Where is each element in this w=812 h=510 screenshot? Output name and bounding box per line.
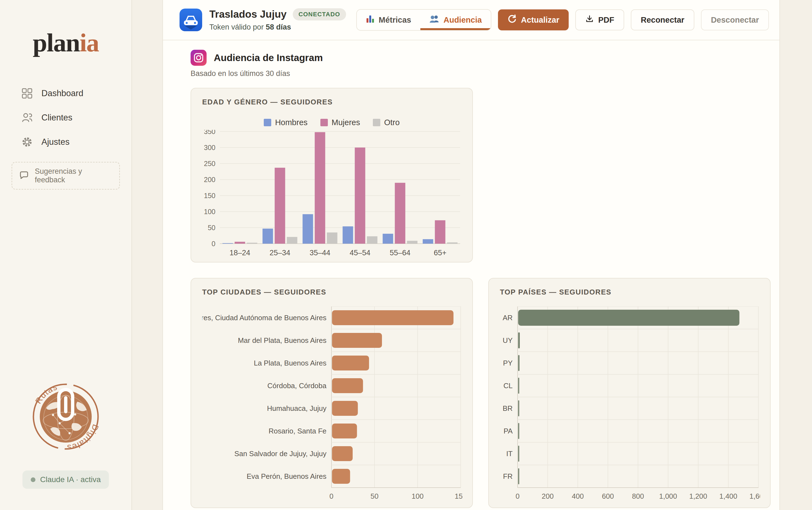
page-title: Audiencia de Instagram: [214, 52, 323, 63]
sidebar-item-label: Dashboard: [41, 88, 83, 98]
bar-chart-icon: [366, 15, 375, 25]
app-logo-part2: ia: [80, 28, 98, 57]
status-dot-icon: [31, 477, 35, 482]
svg-text:18–24: 18–24: [230, 249, 250, 257]
svg-text:800: 800: [632, 492, 644, 500]
svg-text:1,000: 1,000: [659, 492, 677, 500]
hbar-category-label: PY: [503, 359, 513, 367]
client-logo-icon: [179, 8, 202, 31]
top-cities-chart: 050100150Buenos Aires, Ciudad Autónoma d…: [202, 306, 462, 502]
hbar-category-label: CL: [503, 381, 513, 390]
svg-text:600: 600: [602, 492, 614, 500]
hbar-category-label: IT: [506, 450, 513, 458]
refresh-icon: [508, 15, 517, 25]
svg-text:0: 0: [516, 492, 520, 500]
connection-status-badge: CONECTADO: [293, 8, 346, 21]
pdf-button[interactable]: PDF: [575, 9, 624, 30]
svg-text:50: 50: [208, 224, 215, 231]
hbar-category-label: BR: [503, 404, 513, 413]
agency-avatar: Rutas Digitales: [31, 382, 100, 451]
hbar-category-label: San Salvador de Jujuy, Jujuy: [234, 450, 326, 458]
instagram-icon: [191, 50, 207, 66]
hbar-category-label: PA: [503, 427, 513, 435]
svg-text:55–64: 55–64: [390, 249, 410, 257]
age-gender-chart: 05010015020025030035018–2425–3435–4445–5…: [202, 130, 462, 260]
pdf-button-label: PDF: [598, 16, 614, 25]
reconnect-button[interactable]: Reconectar: [631, 9, 694, 30]
svg-text:200: 200: [542, 492, 553, 500]
sidebar-item-label: Clientes: [41, 113, 72, 123]
svg-text:300: 300: [204, 144, 215, 151]
svg-text:50: 50: [371, 492, 379, 500]
client-info: Traslados Jujuy CONECTADO Token válido p…: [209, 8, 346, 31]
section-header: Audiencia de Instagram: [191, 50, 779, 66]
app-logo-part1: plan: [33, 28, 80, 57]
svg-text:45–54: 45–54: [350, 249, 370, 257]
legend-swatch-icon: [320, 119, 328, 126]
svg-text:0: 0: [211, 240, 215, 248]
token-validity: Token válido por 58 días: [209, 23, 346, 31]
legend-item-mujeres: Mujeres: [320, 118, 360, 127]
hbar-category-label: Buenos Aires, Ciudad Autónoma de Buenos …: [202, 314, 326, 322]
bottom-cards-row: TOP CIUDADES — SEGUIDORES 050100150Bueno…: [191, 278, 779, 508]
sidebar-item-clientes[interactable]: Clientes: [0, 106, 132, 130]
app-logo: plania: [0, 28, 132, 57]
svg-text:100: 100: [204, 208, 215, 216]
top-countries-chart: 02004006008001,0001,2001,4001,600ARUYPYC…: [500, 306, 760, 502]
svg-text:65+: 65+: [434, 249, 446, 257]
hbar-category-label: Córdoba, Córdoba: [267, 381, 326, 390]
hbar-category-label: Humahuaca, Jujuy: [267, 404, 326, 413]
hbar-category-label: Mar del Plata, Buenos Aires: [238, 336, 326, 344]
refresh-button[interactable]: Actualizar: [498, 9, 569, 30]
tab-audiencia[interactable]: Audiencia: [420, 10, 491, 30]
sidebar-item-dashboard[interactable]: Dashboard: [0, 81, 132, 106]
legend-swatch-icon: [373, 119, 380, 126]
ai-status-label: Claude IA · activa: [40, 475, 100, 484]
feedback-label: Sugerencias y feedback: [35, 167, 112, 184]
age-gender-card-title: EDAD Y GÉNERO — SEGUIDORES: [202, 98, 461, 106]
tab-metricas[interactable]: Métricas: [357, 10, 420, 30]
refresh-button-label: Actualizar: [521, 16, 559, 25]
svg-text:35–44: 35–44: [310, 249, 330, 257]
main-panel: Traslados Jujuy CONECTADO Token válido p…: [163, 0, 780, 510]
top-cities-card: TOP CIUDADES — SEGUIDORES 050100150Bueno…: [191, 278, 473, 508]
disconnect-button-label: Desconectar: [711, 16, 759, 25]
hbar-category-label: AR: [503, 314, 513, 322]
header: Traslados Jujuy CONECTADO Token válido p…: [163, 0, 779, 40]
legend-item-otro: Otro: [373, 118, 400, 127]
svg-text:200: 200: [204, 176, 215, 183]
dashboard-grid-icon: [21, 87, 33, 100]
svg-text:100: 100: [411, 492, 424, 500]
age-gender-legend: HombresMujeresOtro: [202, 118, 461, 127]
download-icon: [585, 15, 594, 25]
svg-text:1,200: 1,200: [689, 492, 707, 500]
svg-text:150: 150: [204, 192, 215, 199]
svg-text:400: 400: [572, 492, 584, 500]
age-gender-card: EDAD Y GÉNERO — SEGUIDORES HombresMujere…: [191, 88, 473, 262]
hbar-category-label: La Plata, Buenos Aires: [254, 359, 326, 367]
top-countries-card-title: TOP PAÍSES — SEGUIDORES: [500, 288, 759, 296]
legend-label: Otro: [384, 118, 400, 127]
sidebar-item-ajustes[interactable]: Ajustes: [0, 130, 132, 154]
legend-label: Hombres: [275, 118, 308, 127]
top-countries-card: TOP PAÍSES — SEGUIDORES 02004006008001,0…: [488, 278, 771, 508]
svg-text:250: 250: [204, 160, 215, 167]
hbar-category-label: FR: [503, 472, 513, 480]
svg-text:1,600: 1,600: [749, 492, 760, 500]
ai-status-badge: Claude IA · activa: [22, 471, 109, 489]
svg-text:25–34: 25–34: [269, 249, 290, 257]
chat-bubble-icon: [19, 170, 29, 181]
disconnect-button[interactable]: Desconectar: [701, 9, 769, 30]
users-icon: [21, 112, 33, 124]
legend-swatch-icon: [264, 119, 271, 126]
hbar-category-label: Rosario, Santa Fe: [268, 427, 326, 435]
view-tabs: Métricas Audiencia: [356, 9, 491, 31]
sidebar: plania Dashboard Clientes: [0, 0, 132, 510]
token-validity-days: 58 días: [266, 23, 291, 31]
content-area: Audiencia de Instagram Basado en los últ…: [163, 40, 779, 508]
feedback-button[interactable]: Sugerencias y feedback: [11, 162, 120, 190]
token-validity-prefix: Token válido por: [209, 23, 266, 31]
client-name: Traslados Jujuy: [209, 8, 287, 20]
legend-label: Mujeres: [332, 118, 360, 127]
legend-item-hombres: Hombres: [264, 118, 308, 127]
